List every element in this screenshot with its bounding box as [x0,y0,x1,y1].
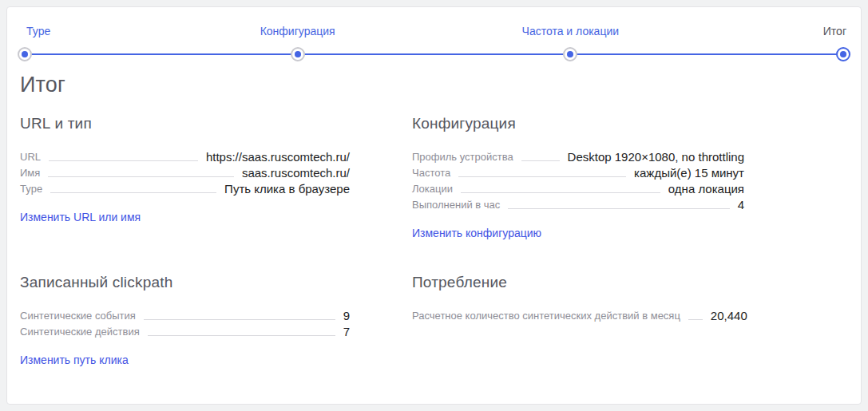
leader-line [50,192,216,193]
section-title: URL и тип [20,115,350,132]
step-label: Итог [823,25,846,38]
leader-line [521,160,560,161]
summary-row-frequency: Частота каждый(е) 15 минут [412,165,744,181]
summary-row-synthetic-events: Синтетические события 9 [20,308,350,324]
row-value: 20,440 [711,308,747,324]
row-value: Desktop 1920×1080, no throttling [568,149,744,165]
row-label: Синтетические действия [20,324,140,340]
step-label: Type [26,25,50,38]
summary-row-type: Type Путь клика в браузере [20,181,350,197]
leader-line [49,160,198,161]
edit-url-or-name-link[interactable]: Изменить URL или имя [20,211,141,223]
step-dot-icon [291,47,305,61]
section-clickpath: Записанный clickpath Синтетические событ… [20,274,350,367]
summary-row-monthly-actions: Расчетное количество синтетических дейст… [412,308,744,324]
page-title: Итог [20,73,848,97]
leader-line [688,319,703,320]
section-configuration: Конфигурация Профиль устройства Desktop … [412,115,744,240]
row-value: Путь клика в браузере [224,181,350,197]
wizard-summary-card: Type Конфигурация Частота и локации Итог… [6,6,862,405]
section-consumption: Потребление Расчетное количество синтети… [412,274,744,324]
summary-row-synthetic-actions: Синтетические действия 7 [20,324,350,340]
row-label: Type [20,181,42,197]
step-dot-fill [22,51,28,57]
summary-row-locations: Локации одна локация [412,181,744,197]
stepper-track [25,53,843,55]
leader-line [48,176,234,177]
section-title: Потребление [412,274,744,291]
row-value: 7 [343,324,350,340]
summary-row-url: URL https://saas.ruscomtech.ru/ [20,149,350,165]
step-dot-icon [563,47,577,61]
step-dot-fill [840,51,846,57]
summary-row-executions-per-hour: Выполнений в час 4 [412,197,744,213]
row-value: saas.ruscomtech.ru/ [242,165,350,181]
summary-row-name: Имя saas.ruscomtech.ru/ [20,165,350,181]
row-label: URL [20,149,41,165]
leader-line [148,335,335,336]
row-value: https://saas.ruscomtech.ru/ [206,149,350,165]
row-label: Выполнений в час [412,197,500,213]
row-value: 4 [738,197,744,213]
row-value: каждый(е) 15 минут [634,165,744,181]
row-value: 9 [343,308,350,324]
edit-clickpath-link[interactable]: Изменить путь клика [20,354,129,366]
section-title: Записанный clickpath [20,274,350,291]
summary-grid: URL и тип URL https://saas.ruscomtech.ru… [20,115,848,367]
leader-line [461,192,660,193]
leader-line [508,208,729,209]
row-label: Имя [20,165,40,181]
step-label: Частота и локации [522,25,619,38]
row-label: Расчетное количество синтетических дейст… [412,308,680,324]
row-label: Профиль устройства [412,149,513,165]
leader-line [144,319,335,320]
section-title: Конфигурация [412,115,744,132]
section-url-type: URL и тип URL https://saas.ruscomtech.ru… [20,115,350,224]
step-label: Конфигурация [260,25,335,38]
wizard-stepper: Type Конфигурация Частота и локации Итог [25,18,843,68]
row-value: одна локация [668,181,744,197]
row-label: Локации [412,181,453,197]
leader-line [458,176,626,177]
step-dot-icon [836,47,850,61]
step-dot-icon [18,47,32,61]
step-dot-fill [295,51,301,57]
summary-row-device-profile: Профиль устройства Desktop 1920×1080, no… [412,149,744,165]
summary-content: Итог URL и тип URL https://saas.ruscomte… [7,68,861,367]
edit-configuration-link[interactable]: Изменить конфигурацию [412,227,541,239]
row-label: Частота [412,165,450,181]
row-label: Синтетические события [20,308,136,324]
step-dot-fill [567,51,573,57]
